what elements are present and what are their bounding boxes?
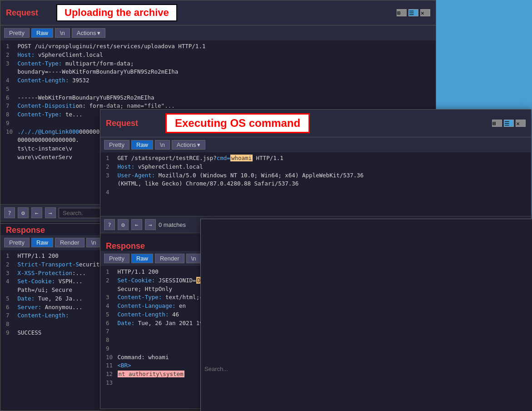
tab-raw-back[interactable]: Raw [31,28,53,38]
front-window-list-btn[interactable]: ☰ [504,120,514,127]
front-back-arrow-icon[interactable]: ← [131,219,142,230]
back-arrow-icon[interactable]: ← [31,207,42,218]
front-forward-arrow-icon[interactable]: → [145,219,156,230]
resp-tab-n-front[interactable]: \n [186,254,201,263]
help-icon[interactable]: ? [4,207,15,218]
resp-tab-raw-front[interactable]: Raw [131,254,153,263]
window-grid-btn[interactable]: ⊞ [397,9,407,16]
back-panel-response-label: Response [0,223,50,237]
front-panel-title: Executing OS command [175,117,300,129]
tab-pretty-back[interactable]: Pretty [4,28,30,38]
front-panel: Request Executing OS command ⊞ ☰ ✕ Prett… [100,109,532,409]
resp-tab-raw-back[interactable]: Raw [31,238,53,247]
front-panel-response-label: Response [100,239,150,253]
matches-count: 0 matches [159,221,186,228]
chevron-down-icon: ▾ [97,30,100,36]
back-panel-title: Uploading the archive [65,7,169,18]
front-settings-icon[interactable]: ⚙ [118,219,129,230]
resp-tab-n-back[interactable]: \n [86,238,101,247]
tab-n-front[interactable]: \n [155,140,170,150]
back-panel-request-label: Request [6,8,38,18]
resp-tab-pretty-back[interactable]: Pretty [4,238,30,247]
tab-actions-front[interactable]: Actions ▾ [172,140,206,150]
forward-arrow-icon[interactable]: → [45,207,56,218]
front-panel-request-label: Request [106,119,138,128]
tab-n-back[interactable]: \n [55,28,70,38]
resp-tab-render-back[interactable]: Render [55,238,85,247]
window-close-btn[interactable]: ✕ [420,9,430,16]
front-window-grid-btn[interactable]: ⊞ [492,120,502,127]
tab-pretty-front[interactable]: Pretty [104,140,129,150]
window-list-btn[interactable]: ☰ [408,9,418,16]
front-help-icon[interactable]: ? [104,219,115,230]
chevron-down-front-icon: ▾ [197,141,200,148]
tab-actions-back[interactable]: Actions ▾ [72,28,106,38]
front-window-close-btn[interactable]: ✕ [516,120,526,127]
tab-raw-front[interactable]: Raw [131,140,153,150]
resp-tab-pretty-front[interactable]: Pretty [104,254,129,263]
resp-tab-render-front[interactable]: Render [155,254,184,263]
search-input-front[interactable] [200,219,532,411]
settings-icon[interactable]: ⚙ [18,207,29,218]
